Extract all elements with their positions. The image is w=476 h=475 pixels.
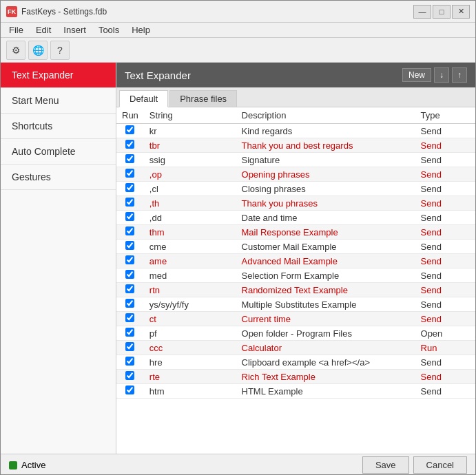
run-cell[interactable]: [116, 341, 144, 355]
table-row: pfOpen folder - Program FilesOpen: [116, 326, 475, 341]
tab-default[interactable]: Default: [119, 90, 168, 107]
run-cell[interactable]: [116, 225, 144, 240]
sidebar-item-start-menu[interactable]: Start Menu: [1, 88, 116, 114]
menu-item-file[interactable]: File: [3, 23, 29, 36]
arrow-down-button[interactable]: ↓: [434, 67, 449, 83]
sidebar-item-shortcuts[interactable]: Shortcuts: [1, 114, 116, 139]
row-checkbox[interactable]: [125, 183, 134, 192]
description-cell: HTML Example: [236, 384, 415, 399]
table-row: krKind regardsSend: [116, 124, 475, 138]
sidebar-item-text-expander[interactable]: Text Expander: [1, 63, 116, 88]
row-checkbox[interactable]: [125, 270, 134, 279]
table-row: ,opOpening phrasesSend: [116, 167, 475, 182]
cancel-button[interactable]: Cancel: [413, 456, 467, 474]
description-cell: Signature: [236, 153, 415, 167]
string-cell: thm: [144, 225, 236, 240]
sidebar-item-auto-complete[interactable]: Auto Complete: [1, 139, 116, 165]
string-cell: ,dd: [144, 211, 236, 225]
run-cell[interactable]: [116, 326, 144, 341]
string-cell: ,th: [144, 196, 236, 211]
row-checkbox[interactable]: [125, 371, 134, 380]
row-checkbox[interactable]: [125, 299, 134, 308]
col-header-type: Type: [415, 107, 475, 124]
save-button[interactable]: Save: [362, 456, 409, 474]
content-header-right: New ↓ ↑: [402, 67, 467, 83]
run-cell[interactable]: [116, 297, 144, 312]
title-bar-left: FK FastKeys - Settings.fdb: [6, 6, 107, 17]
status-indicator: [9, 461, 17, 469]
window-controls: — □ ✕: [413, 5, 470, 19]
type-cell: Send: [415, 312, 475, 326]
description-cell: Clipboard example <a href></a>: [236, 355, 415, 370]
row-checkbox[interactable]: [125, 198, 134, 207]
run-cell[interactable]: [116, 240, 144, 254]
row-checkbox[interactable]: [125, 357, 134, 366]
run-cell[interactable]: [116, 167, 144, 182]
tab-phrase-files[interactable]: Phrase files: [169, 90, 237, 107]
sidebar-item-gestures[interactable]: Gestures: [1, 165, 116, 190]
run-cell[interactable]: [116, 370, 144, 384]
row-checkbox[interactable]: [125, 125, 134, 134]
run-cell[interactable]: [116, 355, 144, 370]
menu-item-help[interactable]: Help: [126, 23, 156, 36]
table-row: hreClipboard example <a href></a>Send: [116, 355, 475, 370]
run-cell[interactable]: [116, 124, 144, 138]
row-checkbox[interactable]: [125, 169, 134, 178]
maximize-button[interactable]: □: [433, 5, 451, 19]
toolbar: ⚙ 🌐 ?: [1, 38, 475, 63]
description-cell: Date and time: [236, 211, 415, 225]
description-cell: Selection Form Example: [236, 268, 415, 283]
row-checkbox[interactable]: [125, 342, 134, 351]
type-cell: Send: [415, 167, 475, 182]
row-checkbox[interactable]: [125, 386, 134, 394]
content-panel: Text Expander New ↓ ↑ DefaultPhrase file…: [116, 63, 475, 454]
run-cell[interactable]: [116, 211, 144, 225]
run-cell[interactable]: [116, 182, 144, 196]
action-buttons: Save Cancel: [362, 456, 467, 474]
table-row: medSelection Form ExampleSend: [116, 268, 475, 283]
row-checkbox[interactable]: [125, 313, 134, 322]
help-button[interactable]: ?: [50, 41, 70, 60]
table-row: rteRich Text ExampleSend: [116, 370, 475, 384]
menu-item-tools[interactable]: Tools: [93, 23, 125, 36]
description-cell: Thank you phrases: [236, 196, 415, 211]
run-cell[interactable]: [116, 283, 144, 297]
globe-button[interactable]: 🌐: [28, 41, 48, 60]
table-row: cccCalculatorRun: [116, 341, 475, 355]
menu-item-insert[interactable]: Insert: [58, 23, 92, 36]
close-button[interactable]: ✕: [452, 5, 470, 19]
settings-button[interactable]: ⚙: [6, 41, 25, 60]
run-cell[interactable]: [116, 268, 144, 283]
minimize-button[interactable]: —: [413, 5, 431, 19]
arrow-up-button[interactable]: ↑: [452, 67, 467, 83]
row-checkbox[interactable]: [125, 140, 134, 149]
title-bar: FK FastKeys - Settings.fdb — □ ✕: [1, 1, 475, 23]
window-title: FastKeys - Settings.fdb: [21, 7, 107, 17]
run-cell[interactable]: [116, 254, 144, 268]
row-checkbox[interactable]: [125, 328, 134, 337]
description-cell: Advanced Mail Example: [236, 254, 415, 268]
row-checkbox[interactable]: [125, 255, 134, 264]
run-cell[interactable]: [116, 153, 144, 167]
row-checkbox[interactable]: [125, 284, 134, 293]
run-cell[interactable]: [116, 384, 144, 399]
col-header-run: Run: [116, 107, 144, 124]
row-checkbox[interactable]: [125, 212, 134, 221]
type-cell: Send: [415, 153, 475, 167]
description-cell: Current time: [236, 312, 415, 326]
type-cell: Run: [415, 341, 475, 355]
run-cell[interactable]: [116, 312, 144, 326]
type-cell: Send: [415, 138, 475, 153]
new-button[interactable]: New: [402, 68, 431, 82]
string-cell: rte: [144, 370, 236, 384]
row-checkbox[interactable]: [125, 226, 134, 235]
table-wrapper[interactable]: RunStringDescriptionType krKind regardsS…: [116, 107, 475, 454]
table-row: ameAdvanced Mail ExampleSend: [116, 254, 475, 268]
run-cell[interactable]: [116, 196, 144, 211]
description-cell: Open folder - Program Files: [236, 326, 415, 341]
status-area: Active: [9, 460, 45, 470]
row-checkbox[interactable]: [125, 241, 134, 250]
run-cell[interactable]: [116, 138, 144, 153]
menu-item-edit[interactable]: Edit: [30, 23, 56, 36]
row-checkbox[interactable]: [125, 154, 134, 163]
